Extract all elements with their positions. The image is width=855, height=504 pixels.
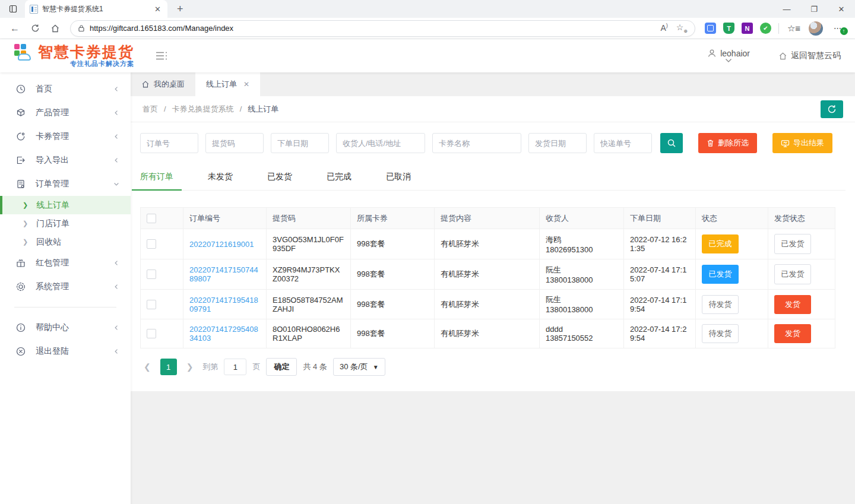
new-tab-button[interactable]: + — [173, 3, 187, 15]
filter-input-下单日期[interactable] — [271, 133, 329, 153]
tab-my-desktop[interactable]: 我的桌面 — [131, 72, 195, 96]
window-close-button[interactable]: ✕ — [828, 0, 855, 18]
goto-page-input[interactable] — [224, 359, 246, 375]
favorites-bar-icon[interactable]: ☆≡ — [786, 23, 802, 34]
chevron-left-icon — [113, 324, 120, 331]
sidebar-subitem-门店订单[interactable]: ❯ 门店订单 — [0, 214, 131, 233]
delete-selected-button[interactable]: 删除所选 — [698, 133, 757, 153]
browser-tab[interactable]: 智慧卡券提货系统1 ✕ — [25, 0, 167, 18]
read-aloud-icon[interactable]: A) — [660, 23, 667, 34]
extension-onenote-icon[interactable] — [742, 23, 753, 34]
order-number-link[interactable]: 202207121619001 — [189, 240, 254, 249]
reload-button[interactable] — [26, 20, 44, 37]
ship-status-button[interactable]: 发货 — [774, 324, 811, 343]
home-button[interactable] — [46, 20, 64, 37]
order-status-tabs: 所有订单未发货已发货已完成已取消 — [140, 164, 846, 191]
profile-avatar[interactable] — [809, 21, 823, 36]
next-page-icon[interactable]: ❯ — [183, 362, 197, 372]
back-button[interactable]: ← — [6, 20, 24, 37]
extension-q-icon[interactable] — [705, 23, 716, 34]
tab-online-orders[interactable]: 线上订单 ✕ — [195, 72, 260, 96]
extension-shield-icon[interactable] — [723, 23, 734, 34]
sidebar-item-产品管理[interactable]: 产品管理 — [0, 101, 131, 125]
sidebar-subitem-label: 线上订单 — [36, 200, 69, 211]
sidebar-item-label: 系统管理 — [36, 281, 113, 292]
browser-tab-strip: 智慧卡券提货系统1 ✕ + — ❐ ✕ — [0, 0, 855, 18]
order-tab-已完成[interactable]: 已完成 — [327, 164, 352, 190]
filter-input-卡券名称[interactable] — [432, 133, 521, 153]
order-number-link[interactable]: 202207141719541809791 — [189, 296, 258, 313]
extension-thumb-icon[interactable] — [760, 23, 771, 34]
tab-close-icon[interactable]: ✕ — [243, 80, 249, 88]
ship-status-button[interactable]: 已发货 — [774, 264, 811, 284]
sidebar-item-卡券管理[interactable]: 卡券管理 — [0, 125, 131, 148]
filter-input-收货人/电话/地址[interactable] — [336, 133, 425, 153]
sidebar-item-红包管理[interactable]: 红包管理 — [0, 251, 131, 275]
order-tab-已取消[interactable]: 已取消 — [386, 164, 411, 190]
window-restore-button[interactable]: ❐ — [800, 0, 828, 18]
chevron-down-icon: ▼ — [373, 364, 379, 370]
address-bar[interactable]: https://giftcard.165183.com/Manage/index… — [70, 20, 695, 37]
browser-tab-title: 智慧卡券提货系统1 — [42, 4, 148, 14]
search-button[interactable] — [660, 133, 683, 153]
chevron-left-icon — [113, 133, 120, 140]
page-size-value: 30 条/页 — [340, 362, 368, 372]
sidebar-item-系统管理[interactable]: 系统管理 — [0, 275, 131, 299]
sidebar-item-首页[interactable]: 首页 — [0, 77, 131, 101]
filter-input-发货日期[interactable] — [528, 133, 587, 153]
column-header-订单编号: 订单编号 — [183, 208, 267, 229]
product-cube-icon — [15, 107, 26, 118]
url-text: https://giftcard.165183.com/Manage/index — [90, 24, 656, 33]
tab-close-icon[interactable]: ✕ — [153, 5, 163, 14]
row-checkbox[interactable] — [147, 329, 156, 338]
breadcrumb-home[interactable]: 首页 — [142, 104, 158, 115]
return-home-link[interactable]: 返回智慧云码 — [778, 50, 841, 61]
window-minimize-button[interactable]: — — [773, 0, 800, 18]
add-favorite-icon[interactable]: ☆⊕ — [676, 23, 688, 34]
sidebar-subitem-回收站[interactable]: ❯ 回收站 — [0, 233, 131, 251]
confirm-page-button[interactable]: 确定 — [266, 358, 297, 376]
sidebar-item-label: 红包管理 — [36, 258, 113, 268]
order-tab-所有订单[interactable]: 所有订单 — [140, 164, 173, 190]
breadcrumb-system[interactable]: 卡券兑换提货系统 — [172, 104, 234, 115]
table-row: 202207141729540834103 8O010RHO8062H6R1XL… — [141, 319, 835, 348]
sidebar-nav: 首页 产品管理 卡券管理 导入导出 订单管理 ❯ 线上订单❯ 门店订单❯ 回收站… — [0, 72, 131, 504]
page-size-select[interactable]: 30 条/页 ▼ — [333, 358, 385, 376]
collapse-menu-icon[interactable] — [156, 51, 167, 61]
select-all-checkbox[interactable] — [147, 214, 156, 223]
sidebar-item-帮助中心[interactable]: 帮助中心 — [0, 316, 131, 340]
sidebar-divider — [14, 307, 116, 308]
filter-row: 删除所选 导出结果 — [140, 133, 846, 153]
sidebar-subitem-线上订单[interactable]: ❯ 线上订单 — [0, 196, 131, 214]
prev-page-icon[interactable]: ❮ — [140, 362, 154, 372]
user-menu[interactable]: leohaior — [707, 49, 750, 63]
receiver-cell: 海鸥18026951300 — [540, 229, 624, 259]
row-checkbox[interactable] — [147, 300, 156, 309]
filter-input-订单号[interactable] — [140, 133, 198, 153]
export-results-button[interactable]: 导出结果 — [772, 133, 832, 153]
column-header-发货状态: 发货状态 — [768, 208, 835, 229]
ship-status-button[interactable]: 发货 — [774, 295, 811, 314]
sidebar-item-导入导出[interactable]: 导入导出 — [0, 148, 131, 172]
sidebar-item-退出登陆[interactable]: 退出登陆 — [0, 340, 131, 363]
row-checkbox[interactable] — [147, 270, 156, 279]
filter-input-快递单号[interactable] — [594, 133, 652, 153]
column-header-提货码: 提货码 — [267, 208, 351, 229]
update-badge-icon: ↑ — [840, 27, 848, 35]
tab-actions-menu-icon[interactable] — [5, 2, 21, 15]
refresh-button[interactable] — [821, 100, 843, 118]
page-number-button[interactable]: 1 — [160, 359, 177, 375]
sidebar-item-订单管理[interactable]: 订单管理 — [0, 172, 131, 196]
column-header-所属卡券: 所属卡券 — [351, 208, 435, 229]
order-number-link[interactable]: 202207141715074489807 — [189, 265, 258, 283]
order-tab-已发货[interactable]: 已发货 — [267, 164, 292, 190]
order-number-link[interactable]: 202207141729540834103 — [189, 325, 258, 343]
filter-input-提货码[interactable] — [205, 133, 264, 153]
order-tab-未发货[interactable]: 未发货 — [208, 164, 233, 190]
app-logo[interactable]: 智慧卡券提货 专注礼品卡解决方案 — [14, 44, 134, 68]
orders-table: 订单编号提货码所属卡券提货内容收货人下单日期状态发货状态 20220712161… — [140, 207, 835, 348]
ship-status-button[interactable]: 已发货 — [774, 234, 811, 254]
row-checkbox[interactable] — [147, 239, 156, 249]
chevron-left-icon — [113, 348, 120, 355]
more-menu-icon[interactable]: ⋯↑ — [830, 24, 846, 33]
